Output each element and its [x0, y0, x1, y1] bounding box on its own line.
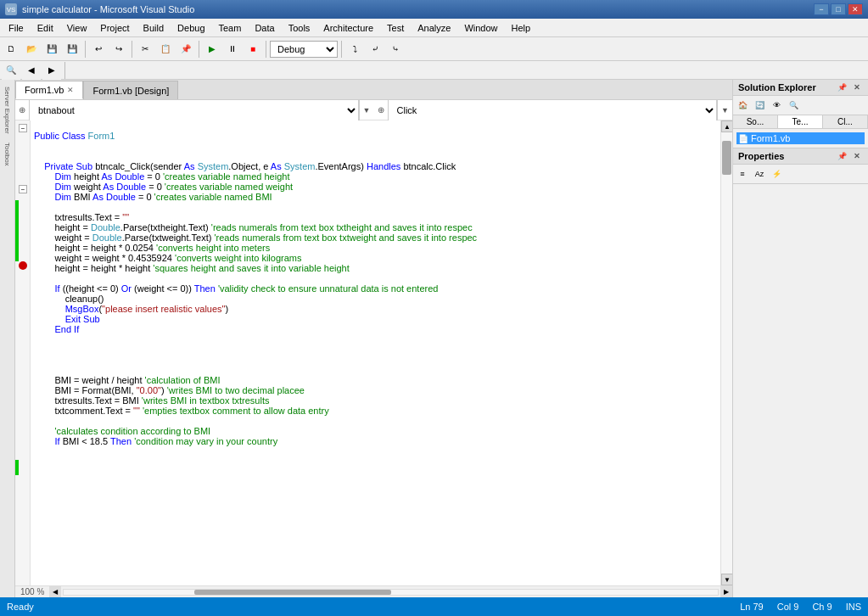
copy-btn[interactable]: 📋	[156, 40, 175, 59]
solution-tree: 📄 Form1.vb	[733, 129, 868, 148]
properties-header: Properties 📌 ✕	[733, 148, 868, 165]
title-bar: VS simple calculator - Microsoft Visual …	[0, 0, 868, 19]
se-toolbar: 🏠 🔄 👁 🔍	[733, 96, 868, 115]
scroll-thumb[interactable]	[722, 141, 731, 175]
status-ready: Ready	[7, 602, 34, 612]
horiz-thumb[interactable]	[194, 590, 390, 595]
code-content[interactable]: Public Class Form1 Private Sub btncalc_C…	[31, 120, 720, 585]
se-properties-btn[interactable]: 🏠	[735, 98, 750, 113]
se-refresh-btn[interactable]: 🔄	[752, 98, 767, 113]
left-sidebar: Server Explorer Toolbox	[0, 80, 15, 597]
panel-pin-btn[interactable]: 📌	[835, 82, 849, 92]
scroll-track[interactable]	[721, 132, 732, 574]
window-title: simple calculator - Microsoft Visual Stu…	[22, 4, 194, 14]
menu-edit[interactable]: Edit	[31, 19, 60, 37]
se-tab-class[interactable]: Cl...	[823, 115, 868, 128]
props-events-btn[interactable]: ⚡	[769, 166, 784, 182]
menu-test[interactable]: Test	[380, 19, 411, 37]
menu-debug[interactable]: Debug	[171, 19, 211, 37]
save-btn[interactable]: 💾	[42, 40, 61, 59]
sep4	[266, 41, 266, 58]
menu-help[interactable]: Help	[505, 19, 538, 37]
paste-btn[interactable]: 📌	[176, 40, 195, 59]
menu-team[interactable]: Team	[212, 19, 249, 37]
config-dropdown[interactable]: Debug	[270, 41, 338, 58]
new-project-btn[interactable]: 🗋	[2, 40, 20, 59]
tree-item-form1[interactable]: 📄 Form1.vb	[736, 132, 865, 144]
scroll-left-btn[interactable]: ◀	[49, 586, 61, 598]
class-dropdown-arrow[interactable]: ▼	[359, 100, 374, 120]
props-alpha-btn[interactable]: Az	[752, 166, 767, 182]
menu-architecture[interactable]: Architecture	[316, 19, 380, 37]
green-bar-3	[15, 460, 19, 475]
props-close-btn[interactable]: ✕	[851, 151, 863, 161]
tab-close-form1-vb[interactable]: ✕	[67, 86, 74, 94]
main-layout: Server Explorer Toolbox Form1.vb ✕ Form1…	[0, 80, 868, 597]
status-bar: Ready Ln 79 Col 9 Ch 9 INS	[0, 597, 868, 616]
open-btn[interactable]: 📂	[22, 40, 41, 59]
method-dropdown[interactable]: Click	[388, 100, 718, 120]
method-dropdown-arrow[interactable]: ▼	[717, 100, 732, 120]
tab-form1-design[interactable]: Form1.vb [Design]	[83, 81, 178, 99]
status-ln: Ln 79	[740, 602, 764, 612]
panel-close-btn[interactable]: ✕	[851, 82, 863, 92]
menu-build[interactable]: Build	[137, 19, 171, 37]
sep5	[341, 41, 342, 58]
menu-view[interactable]: View	[60, 19, 94, 37]
props-toolbar: ≡ Az ⚡	[733, 165, 868, 184]
maximize-button[interactable]: □	[831, 3, 846, 15]
menu-file[interactable]: File	[2, 19, 31, 37]
redo-btn[interactable]: ↪	[109, 40, 128, 59]
tab-form1-vb[interactable]: Form1.vb ✕	[15, 81, 83, 99]
cut-btn[interactable]: ✂	[136, 40, 154, 59]
minimize-button[interactable]: −	[814, 3, 829, 15]
menu-analyze[interactable]: Analyze	[411, 19, 457, 37]
se-tabs: So... Te... Cl...	[733, 115, 868, 129]
pause-btn[interactable]: ⏸	[223, 40, 242, 59]
horizontal-scrollbar[interactable]: 100 % ◀ ▶	[15, 585, 732, 597]
nav-back-btn[interactable]: ◀	[22, 61, 41, 80]
solution-explorer-title: Solution Explorer	[738, 82, 816, 92]
breakpoint-1[interactable]	[19, 261, 27, 270]
horiz-track[interactable]	[63, 589, 719, 596]
scroll-down-btn[interactable]: ▼	[721, 574, 732, 585]
right-panel: Solution Explorer 📌 ✕ 🏠 🔄 👁 🔍 So... Te..…	[732, 80, 868, 597]
zoom-level: 100 %	[15, 587, 49, 596]
se-tab-team[interactable]: Te...	[778, 115, 823, 128]
menu-project[interactable]: Project	[93, 19, 136, 37]
form-icon: 📄	[738, 134, 748, 143]
status-ch: Ch 9	[812, 602, 832, 612]
scroll-up-btn[interactable]: ▲	[721, 120, 732, 132]
search-btn[interactable]: 🔍	[2, 61, 20, 80]
toolbox-tab[interactable]: Toolbox	[2, 139, 13, 170]
class-dropdown[interactable]: btnabout	[29, 100, 359, 120]
nav-fwd-btn[interactable]: ▶	[42, 61, 61, 80]
green-bar-1	[15, 200, 19, 246]
code-navigation: ⊕ btnabout ▼ ⊕ Click ▼	[15, 100, 732, 120]
props-categorized-btn[interactable]: ≡	[735, 166, 750, 182]
vertical-scrollbar[interactable]: ▲ ▼	[720, 120, 732, 585]
collapse-method-icon[interactable]: −	[19, 185, 27, 193]
properties-title: Properties	[738, 151, 784, 161]
tab-label-form1-vb: Form1.vb	[25, 85, 64, 95]
server-explorer-tab[interactable]: Server Explorer	[2, 83, 13, 137]
app-icon: VS	[5, 3, 17, 15]
undo-btn[interactable]: ↩	[89, 40, 108, 59]
status-ins: INS	[846, 602, 861, 612]
save-all-btn[interactable]: 💾	[63, 40, 81, 59]
se-show-all-btn[interactable]: 👁	[769, 98, 784, 113]
step-out-btn[interactable]: ⤷	[386, 40, 405, 59]
stop-btn[interactable]: ■	[244, 40, 262, 59]
close-button[interactable]: ✕	[848, 3, 863, 15]
menu-window[interactable]: Window	[457, 19, 504, 37]
props-pin-btn[interactable]: 📌	[835, 151, 849, 161]
se-tab-solution[interactable]: So...	[733, 115, 778, 128]
collapse-class-icon[interactable]: −	[19, 124, 27, 132]
scroll-right-btn[interactable]: ▶	[720, 586, 732, 598]
start-btn[interactable]: ▶	[203, 40, 221, 59]
step-over-btn[interactable]: ⤵	[345, 40, 364, 59]
se-search-btn[interactable]: 🔍	[786, 98, 801, 113]
step-into-btn[interactable]: ⤶	[366, 40, 384, 59]
menu-tools[interactable]: Tools	[282, 19, 317, 37]
menu-data[interactable]: Data	[248, 19, 281, 37]
